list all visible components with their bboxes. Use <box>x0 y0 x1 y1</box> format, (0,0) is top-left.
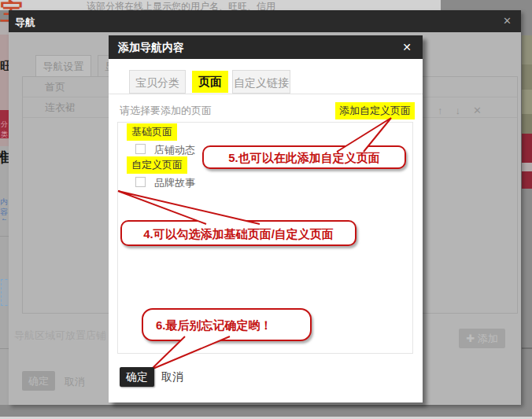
bg-text-fragment: 内容 <box>0 197 8 216</box>
modal-title: 添加导航内容 <box>118 41 184 55</box>
select-page-prompt: 请选择要添加的页面 <box>120 104 212 118</box>
callout-step-5: 5.也可以在此添加自定义页面 <box>202 145 406 169</box>
bg-text-fragment: 旺 <box>0 59 9 74</box>
modal-body: 宝贝分类 页面 自定义链接 请选择要添加的页面 添加自定义页面 基础页面 店铺动… <box>109 59 423 402</box>
bg-divider <box>0 348 9 349</box>
bg-fragment <box>522 163 532 171</box>
move-up-icon: ↑ <box>438 105 443 116</box>
remove-icon: ✕ <box>473 105 482 116</box>
group-label-custom-pages: 自定义页面 <box>127 156 187 174</box>
tab-nav-settings: 导航设置 <box>35 55 91 76</box>
nav-confirm-button: 确定 <box>22 371 55 391</box>
navigation-dialog-titlebar: 导航 ✕ <box>9 10 521 32</box>
bg-text-fragment: 推 <box>0 148 9 167</box>
nav-area-hint: 导航区域可放置店铺 <box>14 329 117 343</box>
bg-text-fragment: 分类 <box>1 119 9 138</box>
bg-fragment: 分类 <box>0 110 9 138</box>
tab-custom-links[interactable]: 自定义链接 <box>232 70 290 94</box>
callout-step-6: 6.最后别忘记确定哟！ <box>142 308 312 341</box>
add-button: ✚ 添加 <box>459 329 505 348</box>
bg-text-fragment: 色 <box>0 218 8 220</box>
navigation-dialog-title: 导航 <box>15 16 35 30</box>
modal-titlebar: 添加导航内容 ✕ <box>109 35 423 59</box>
checkbox-brand-story[interactable] <box>135 177 146 187</box>
modal-confirm-button[interactable]: 确定 <box>120 367 154 387</box>
bg-fragment <box>522 134 532 163</box>
group-label-basic-pages: 基础页面 <box>127 123 177 141</box>
nav-cancel-button: 取消 <box>65 375 85 389</box>
add-custom-page-link[interactable]: 添加自定义页面 <box>335 102 415 119</box>
checkbox-shop-news[interactable] <box>135 144 146 154</box>
tab-pages[interactable]: 页面 <box>192 71 228 93</box>
bg-fragment: 旺 <box>0 35 9 110</box>
modal-cancel-button[interactable]: 取消 <box>161 370 183 384</box>
bg-fragment <box>0 237 9 405</box>
bg-divider <box>522 347 532 349</box>
callout-step-4: 4.可以勾选添加基础页面/自定义页面 <box>120 220 357 246</box>
bg-image-fragment <box>522 35 532 134</box>
bg-link-fragment: 内容 色 <box>0 197 9 220</box>
move-down-icon: ↓ <box>456 105 461 116</box>
bg-fragment: 推 <box>0 146 9 236</box>
row-controls: ↑ ↓ ✕ <box>438 105 510 116</box>
background-hint-text: 该部分将在线上显示您的用户名、旺旺、信用 <box>87 0 275 10</box>
screen: 该部分将在线上显示您的用户名、旺旺、信用 宝 旺 分类 推 内容 色 导航 ✕ … <box>0 0 532 419</box>
background-page-gutter <box>441 0 532 10</box>
bg-fragment <box>522 171 532 189</box>
close-icon[interactable]: ✕ <box>402 41 412 53</box>
checkbox-label-brand-story[interactable]: 品牌故事 <box>154 176 195 190</box>
bg-fragment <box>0 22 9 35</box>
checkbox-label-shop-news[interactable]: 店铺动态 <box>154 143 195 157</box>
add-nav-content-modal: 添加导航内容 ✕ 宝贝分类 页面 自定义链接 请选择要添加的页面 添加自定义页面… <box>109 35 423 402</box>
bg-fragment <box>0 138 9 146</box>
tab-item-categories[interactable]: 宝贝分类 <box>129 70 186 94</box>
tabs-divider <box>109 94 423 94</box>
close-icon: ✕ <box>503 15 512 27</box>
